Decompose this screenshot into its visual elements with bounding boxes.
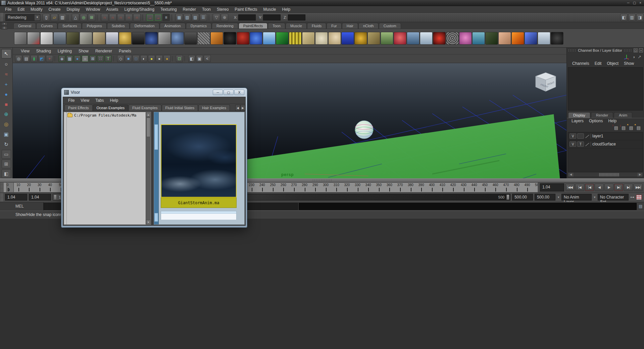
layer-editor-tab[interactable]: Anim [614, 112, 632, 118]
render-current-frame-item[interactable]: ▦ [176, 14, 183, 21]
layer-editor-menu-item[interactable]: Layers [569, 119, 586, 123]
open-scene-item[interactable]: ▱ [51, 14, 58, 21]
panel-toolbar-icon[interactable] [185, 56, 187, 61]
tree-scrollbar[interactable]: ▲ ▼ [146, 112, 151, 224]
toggle-channel-box-item[interactable]: ◨ [636, 14, 644, 21]
layer-visibility-toggle[interactable]: V [569, 133, 576, 139]
range-end-handle[interactable] [506, 194, 509, 200]
brush-grass-item[interactable] [381, 32, 393, 45]
menubar-item[interactable]: Window [83, 7, 103, 12]
animation-start-field[interactable]: 1.04 [5, 194, 27, 201]
step-forward-frame-item[interactable]: ▶| [624, 184, 633, 191]
use-default-light-item[interactable]: ● [156, 55, 163, 62]
chevron-down-icon[interactable]: ▼ [557, 196, 560, 199]
menubar-item[interactable]: Modify [28, 7, 45, 12]
layer-color-swatch-icon[interactable] [585, 141, 590, 147]
channel-box-menu-item[interactable]: Object [604, 61, 621, 66]
float-panel-icon[interactable]: ▢ [634, 48, 638, 52]
browser-scrollbar[interactable] [154, 112, 159, 224]
statusline-icon[interactable] [68, 14, 70, 20]
visor-menu-item[interactable]: Tabs [92, 98, 107, 103]
script-editor-icon[interactable]: ▤ [637, 202, 644, 211]
panel-drag-handle[interactable] [568, 49, 577, 52]
textured-mode-item[interactable]: T [105, 55, 112, 62]
shelf-tab[interactable]: Surfaces [58, 23, 82, 29]
scrollbar-thumb[interactable] [146, 118, 150, 137]
scrollbar-thumb[interactable] [599, 173, 619, 176]
scene-item-partial[interactable] [161, 211, 237, 220]
visor-tab[interactable]: Ocean Examples [93, 104, 129, 111]
visor-splitter[interactable] [151, 112, 154, 225]
tab-scroll-left-icon[interactable]: ◀ [235, 105, 240, 111]
panel-menu-item[interactable]: Shading [33, 49, 54, 53]
channel-box-menu-item[interactable]: Edit [592, 61, 604, 66]
rotate-tool-item[interactable]: ● [1, 89, 11, 99]
scroll-up-icon[interactable]: ▲ [146, 112, 151, 117]
shelf-tab[interactable]: Dynamics [186, 23, 211, 29]
panel-menu-item[interactable]: Renderer [92, 49, 115, 53]
shelf-tab[interactable]: Deformation [130, 23, 159, 29]
visor-tab[interactable]: Paint Effects [64, 104, 93, 111]
layer-horizontal-scrollbar[interactable]: ◀ ▶ [568, 172, 643, 177]
layer-type-toggle[interactable] [577, 133, 584, 139]
x-input[interactable] [238, 14, 256, 20]
playback-end-field[interactable]: 500.00 [512, 194, 533, 201]
brush-drygrass-item[interactable] [367, 32, 380, 45]
layer-editor-menu-item[interactable]: Options [586, 119, 605, 123]
anim-layer-field[interactable]: No Anim Layer [561, 194, 592, 201]
scroll-down-icon[interactable]: ▼ [146, 220, 151, 224]
visor-tree[interactable]: C:/Program Files/Autodesk/Ma [64, 112, 146, 224]
layer-row[interactable]: V layer1 [568, 132, 643, 140]
output-connections-item[interactable]: → [154, 14, 162, 21]
panel-menu-item[interactable]: View [17, 49, 33, 53]
universal-manip-tool-item[interactable]: ⊕ [1, 110, 11, 119]
visor-menu-item[interactable]: File [65, 98, 78, 103]
brush-lightning-item[interactable] [525, 32, 537, 45]
shelf-tab[interactable]: Fur [327, 23, 342, 29]
range-start-handle[interactable] [54, 194, 57, 200]
step-back-key-item[interactable]: |◀ [585, 184, 594, 191]
brush-lamp-item[interactable] [106, 32, 118, 45]
visor-minimize-button[interactable]: ─ [213, 90, 223, 95]
menubar-item[interactable]: Render [180, 7, 199, 12]
tab-scroll-right-icon[interactable]: ▶ [240, 105, 245, 111]
layer-editor-menu-item[interactable]: Help [605, 119, 619, 123]
select-hierarchy-item[interactable]: △ [72, 14, 79, 21]
layer-type-toggle[interactable]: T [577, 141, 584, 147]
auto-keyframe-icon[interactable]: ⊶ [630, 195, 634, 200]
make-live-item[interactable]: ∩ [133, 14, 141, 21]
shelf-tab[interactable]: Polygons [82, 23, 106, 29]
default-material-item[interactable]: ◇ [117, 55, 124, 62]
pan-zoom-item[interactable]: + [46, 55, 53, 62]
symmetry-item[interactable]: ⊕ [221, 14, 228, 21]
panel-toolbar-icon[interactable] [172, 56, 174, 61]
checker-material-item[interactable]: ◐ [140, 55, 147, 62]
brush-stripes-item[interactable] [289, 32, 302, 45]
xray-active-item[interactable]: ▣ [196, 55, 203, 62]
go-to-start-item[interactable]: |◀◀ [565, 184, 575, 191]
window-maximize-button[interactable]: ▢ [633, 1, 636, 5]
visor-tab[interactable]: Fluid Initial States [162, 104, 198, 111]
visor-menu-item[interactable]: Help [107, 98, 121, 103]
new-scene-item[interactable]: ▯ [43, 14, 50, 21]
shelf-tab[interactable]: Rendering [212, 23, 238, 29]
paint-select-tool-item[interactable]: ≈ [1, 69, 11, 79]
brush-fire-item[interactable] [511, 32, 524, 45]
scrollbar-track[interactable] [146, 117, 151, 220]
shelf-tab[interactable]: nCloth [358, 23, 379, 29]
mel-result-area[interactable] [299, 203, 637, 210]
select-tool-item[interactable]: ↖ [1, 49, 11, 58]
layer-editor-tab[interactable]: Render [591, 112, 613, 118]
playback-start-field[interactable]: 1.04 [29, 194, 51, 201]
brush-moss-item[interactable] [485, 32, 498, 45]
scroll-right-icon[interactable]: ▶ [637, 173, 643, 177]
layer-name[interactable]: layer1 [591, 134, 603, 138]
move-layer-up-item[interactable]: ↑▤ [614, 125, 618, 130]
menubar-item[interactable]: Create [45, 7, 63, 12]
shelf-tab[interactable]: General [13, 23, 36, 29]
shelf-tab[interactable]: Animation [160, 23, 186, 29]
smooth-shade-selected-item[interactable]: □ [133, 55, 140, 62]
menubar-item[interactable]: Edit [14, 7, 28, 12]
construction-history-item[interactable]: ≡ [162, 14, 170, 21]
statusline-icon[interactable] [97, 14, 99, 20]
